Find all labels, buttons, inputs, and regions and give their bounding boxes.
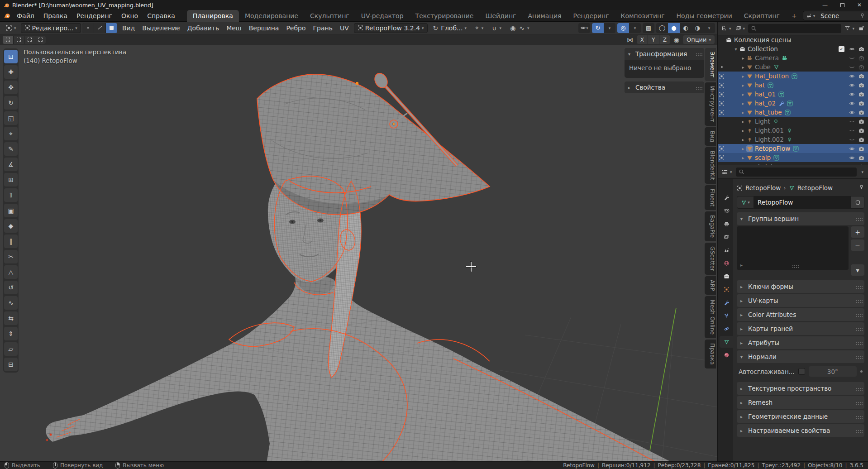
object-name[interactable]: Light [755, 118, 770, 125]
properties-tab-material[interactable] [720, 349, 733, 361]
main-menu-3[interactable]: Окно [117, 10, 143, 22]
rendered-shading-button[interactable]: ◑ [692, 23, 703, 33]
expander-closed[interactable]: ▸ [740, 137, 746, 142]
tool-poly-build[interactable]: △ [4, 265, 18, 279]
eye-open-icon[interactable] [849, 91, 855, 97]
main-menu-2[interactable]: Рендеринг [72, 10, 117, 22]
object-name[interactable]: Light.001 [755, 127, 784, 134]
main-menu-4[interactable]: Справка [143, 10, 180, 22]
tool-rotate[interactable]: ↻ [4, 96, 18, 110]
tool-transform[interactable]: ⌖ [4, 127, 18, 140]
panel-header-remesh[interactable]: ▸Remesh [737, 396, 864, 409]
sidebar-tab-вид[interactable]: Вид [705, 127, 716, 146]
face-select-button[interactable] [106, 23, 117, 33]
tool-knife[interactable]: ✂ [4, 250, 18, 263]
main-menu-0[interactable]: Файл [12, 10, 39, 22]
fake-user-button[interactable] [851, 196, 864, 209]
object-name[interactable]: hat [755, 81, 765, 89]
viewport-menu-2[interactable]: Добавить [184, 22, 223, 34]
outliner-row-hat_tube[interactable]: ▸hat_tube [718, 108, 868, 117]
expander-closed[interactable]: ▸ [740, 110, 746, 115]
expander-closed[interactable]: ▸ [740, 155, 746, 160]
mirror-axis-x-button[interactable]: X [637, 35, 648, 44]
eye-closed-icon[interactable] [849, 137, 855, 143]
workspace-tab-0[interactable]: Планировка [187, 10, 239, 22]
select-subtract-button[interactable] [24, 36, 35, 44]
pin-id-button[interactable] [858, 184, 864, 191]
render-on-icon[interactable] [858, 119, 864, 124]
wireframe-shading-button[interactable]: ◯ [656, 23, 668, 33]
viewport-menu-6[interactable]: Грань [310, 22, 336, 34]
object-name[interactable]: RetopoFlow [755, 145, 790, 152]
scene-collection-label[interactable]: Коллекция сцены [734, 36, 791, 43]
auto-smooth-angle-field[interactable]: 30° [809, 366, 857, 377]
eye-closed-icon[interactable] [849, 119, 855, 124]
shading-dropdown[interactable]: ▾ [703, 23, 715, 33]
object-name[interactable]: hat_tube [755, 109, 782, 116]
outliner-row-skulet[interactable]: ▸skulet [718, 162, 868, 165]
expander-open[interactable]: ▾ [733, 47, 739, 52]
panel-header-custom-properties[interactable]: ▸Настраиваемые свойства [737, 424, 864, 437]
expander-closed[interactable]: ▸ [740, 128, 746, 133]
show-gizmo-toggle[interactable]: ↻ [592, 23, 604, 33]
viewport-menu-3[interactable]: Меш [223, 22, 245, 34]
panel-header-face-maps[interactable]: ▸Карты граней [737, 322, 864, 335]
viewport-menu-4[interactable]: Вершина [245, 22, 283, 34]
show-overlays-toggle[interactable]: ◎ [617, 23, 629, 33]
outliner-row-hat[interactable]: ▸hat [718, 81, 868, 90]
properties-tab-object-data[interactable] [720, 336, 733, 348]
scene-icon-button[interactable]: ▾ [803, 11, 818, 20]
mirror-axis-y-button[interactable]: Y [648, 35, 659, 44]
render-off-icon[interactable] [858, 64, 864, 70]
properties-editor-type-button[interactable]: ▾ [720, 167, 733, 177]
main-menu-1[interactable]: Правка [39, 10, 72, 22]
object-name[interactable]: scalp [755, 154, 771, 161]
viewport-menu-5[interactable]: Ребро [282, 22, 309, 34]
overlays-dropdown[interactable]: ▾ [629, 23, 641, 33]
outliner-scope-button[interactable]: ▾ [734, 24, 746, 34]
viewport-menu-1[interactable]: Выделение [138, 22, 183, 34]
properties-tab-render[interactable] [720, 205, 733, 216]
tool-shear[interactable]: ▱ [4, 342, 18, 356]
workspace-tab-2[interactable]: Скульптинг [304, 10, 355, 22]
new-collection-button[interactable] [858, 24, 865, 34]
sidebar-tab-arp[interactable]: ARP [705, 276, 716, 295]
mirror-icon[interactable]: ⋈ [626, 36, 634, 43]
object-name[interactable]: Hat_button [755, 72, 789, 80]
tool-smooth[interactable]: ∿ [4, 296, 18, 310]
outliner-search-input[interactable] [748, 24, 841, 33]
mirror-axis-z-button[interactable]: Z [659, 35, 670, 44]
tool-cursor[interactable]: ✚ [4, 65, 18, 79]
workspace-tab-8[interactable]: Композитинг [615, 10, 671, 22]
minimize-button[interactable]: — [816, 0, 834, 10]
render-on-icon[interactable] [858, 137, 864, 143]
workspace-tab-3[interactable]: UV-редактор [355, 10, 410, 22]
properties-search-input[interactable] [736, 168, 857, 177]
tool-edge-slide[interactable]: ⇆ [4, 311, 18, 325]
tool-rip-region[interactable]: ⊟ [4, 358, 18, 371]
object-name[interactable]: Camera [755, 54, 779, 62]
outliner-row-hat_01[interactable]: ▸hat_01 [718, 90, 868, 99]
outliner-row-camera[interactable]: ▸Camera [718, 53, 868, 62]
tool-loop-cut[interactable]: ∥ [4, 234, 18, 248]
panel-header-geometry-data[interactable]: ▸Геометрические данные [737, 410, 864, 423]
properties-tab-tool[interactable] [720, 191, 733, 203]
close-button[interactable]: ✕ [851, 0, 868, 10]
outliner-row-light[interactable]: ▸Light [718, 117, 868, 126]
outliner-row-collection[interactable]: ▾Collection✓ [718, 44, 868, 53]
render-on-icon[interactable] [858, 91, 864, 97]
select-extend-button[interactable] [14, 36, 24, 44]
render-off-icon[interactable] [858, 55, 864, 61]
outliner-row-light.001[interactable]: ▸Light.001 [718, 126, 868, 135]
sidebar-tab-инструмент[interactable]: Инструмент [705, 82, 716, 126]
properties-tab-scene[interactable] [720, 244, 733, 256]
tool-annotate[interactable]: ✎ [4, 142, 18, 156]
sidebar-tab-элемент[interactable]: Элемент [705, 48, 716, 81]
tool-add-cube[interactable]: ⊞ [4, 173, 18, 187]
eye-open-icon[interactable] [849, 73, 855, 79]
tool-bevel[interactable]: ◆ [4, 219, 18, 233]
scene-name[interactable]: Scene [818, 11, 857, 20]
mode-selector[interactable]: Редактиро... ▾ [21, 23, 81, 33]
sidebar-tab-mesh-online[interactable]: Mesh Online [705, 296, 716, 338]
snap-toggle[interactable]: ∪▾ [488, 23, 505, 33]
